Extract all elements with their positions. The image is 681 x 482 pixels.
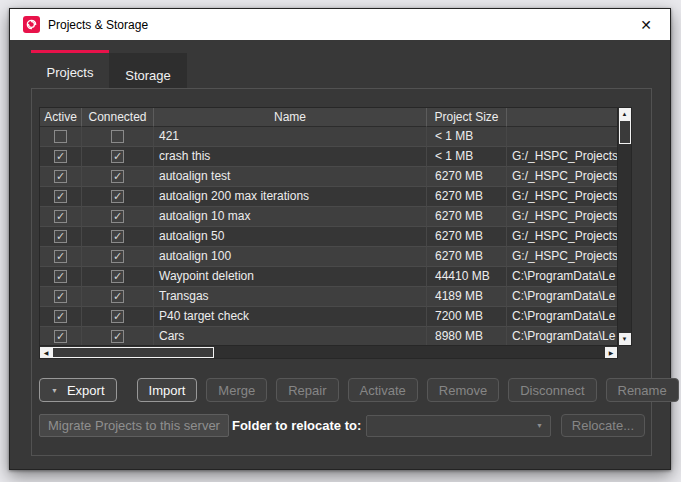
check-icon: ✓ [113, 191, 122, 202]
migrate-projects-button[interactable]: Migrate Projects to this server [39, 414, 229, 437]
connected-checkbox[interactable]: ✓ [111, 170, 124, 183]
check-icon: ✓ [56, 191, 65, 202]
table-row[interactable]: ✓✓crash this< 1 MBG:/_HSPC_Projects [40, 147, 617, 167]
table-row[interactable]: ✓✓Waypoint deletion44410 MBC:\ProgramDat… [40, 267, 617, 287]
project-path-cell: G:/_HSPC_Projects [507, 247, 617, 267]
connected-cell: ✓ [82, 127, 154, 147]
active-checkbox[interactable]: ✓ [54, 130, 67, 143]
project-size-cell: 8980 MB [427, 327, 507, 346]
merge-button[interactable]: Merge [206, 378, 267, 402]
active-checkbox[interactable]: ✓ [54, 170, 67, 183]
connected-checkbox[interactable]: ✓ [111, 310, 124, 323]
table-row[interactable]: ✓✓Cars8980 MBC:\ProgramData\Le [40, 327, 617, 346]
disconnect-button-label: Disconnect [520, 383, 584, 398]
connected-cell: ✓ [82, 167, 154, 187]
export-button-label: Export [67, 383, 105, 398]
rename-button[interactable]: Rename [606, 378, 679, 402]
connected-checkbox[interactable]: ✓ [111, 250, 124, 263]
connected-checkbox[interactable]: ✓ [111, 210, 124, 223]
import-button-label: Import [149, 383, 186, 398]
table-row[interactable]: ✓✓autoalign 10 max6270 MBG:/_HSPC_Projec… [40, 207, 617, 227]
check-icon: ✓ [113, 171, 122, 182]
close-icon[interactable]: ✕ [636, 15, 656, 35]
project-name-cell: autoalign 100 [154, 247, 427, 267]
scroll-left-icon[interactable]: ◀ [40, 347, 52, 358]
horizontal-scrollbar-thumb[interactable] [52, 347, 214, 358]
export-button[interactable]: ▼Export [39, 378, 117, 402]
check-icon: ✓ [56, 331, 65, 342]
active-checkbox[interactable]: ✓ [54, 230, 67, 243]
active-cell: ✓ [40, 167, 82, 187]
column-header-path[interactable] [507, 108, 617, 127]
connected-checkbox[interactable]: ✓ [111, 150, 124, 163]
project-path-cell: C:\ProgramData\Le [507, 267, 617, 287]
scroll-right-icon[interactable]: ▶ [605, 347, 617, 358]
active-checkbox[interactable]: ✓ [54, 330, 67, 343]
import-button[interactable]: Import [137, 378, 198, 402]
connected-checkbox[interactable]: ✓ [111, 190, 124, 203]
project-name-cell: crash this [154, 147, 427, 167]
active-checkbox[interactable]: ✓ [54, 190, 67, 203]
connected-checkbox[interactable]: ✓ [111, 330, 124, 343]
project-name-cell: 421 [154, 127, 427, 147]
table-row[interactable]: ✓✓P40 target check7200 MBC:\ProgramData\… [40, 307, 617, 327]
active-cell: ✓ [40, 327, 82, 346]
connected-cell: ✓ [82, 327, 154, 346]
tab-projects[interactable]: Projects [31, 50, 109, 89]
active-cell: ✓ [40, 227, 82, 247]
column-header-size[interactable]: Project Size [427, 108, 507, 127]
connected-cell: ✓ [82, 207, 154, 227]
connected-checkbox[interactable]: ✓ [111, 270, 124, 283]
remove-button[interactable]: Remove [427, 378, 499, 402]
action-button-row: ▼ExportImportMergeRepairActivateRemoveDi… [39, 378, 644, 402]
repair-button[interactable]: Repair [276, 378, 338, 402]
active-cell: ✓ [40, 207, 82, 227]
connected-checkbox[interactable]: ✓ [111, 130, 124, 143]
table-row[interactable]: ✓✓autoalign test6270 MBG:/_HSPC_Projects [40, 167, 617, 187]
active-checkbox[interactable]: ✓ [54, 150, 67, 163]
check-icon: ✓ [113, 151, 122, 162]
check-icon: ✓ [113, 271, 122, 282]
horizontal-scrollbar[interactable]: ◀ ▶ [39, 346, 618, 359]
relocate-button[interactable]: Relocate... [561, 414, 645, 437]
column-header-name[interactable]: Name [154, 108, 427, 127]
table-row[interactable]: ✓✓autoalign 200 max iterations6270 MBG:/… [40, 187, 617, 207]
relocate-folder-dropdown[interactable]: ▼ [366, 415, 551, 437]
active-cell: ✓ [40, 287, 82, 307]
active-checkbox[interactable]: ✓ [54, 290, 67, 303]
table-row[interactable]: ✓✓autoalign 506270 MBG:/_HSPC_Projects [40, 227, 617, 247]
vertical-scrollbar-thumb[interactable] [619, 120, 631, 144]
active-checkbox[interactable]: ✓ [54, 310, 67, 323]
connected-checkbox[interactable]: ✓ [111, 290, 124, 303]
table-row[interactable]: ✓✓421< 1 MB [40, 127, 617, 147]
project-size-cell: 6270 MB [427, 207, 507, 227]
project-size-cell: 6270 MB [427, 167, 507, 187]
project-path-cell [507, 127, 617, 147]
tab-storage[interactable]: Storage [109, 53, 187, 89]
connected-checkbox[interactable]: ✓ [111, 230, 124, 243]
column-header-connected[interactable]: Connected [82, 108, 154, 127]
projects-group-frame: Active Connected Name Project Size ✓✓421… [31, 88, 652, 456]
active-checkbox[interactable]: ✓ [54, 250, 67, 263]
vertical-scrollbar[interactable]: ▲ ▼ [618, 107, 632, 346]
active-checkbox[interactable]: ✓ [54, 270, 67, 283]
column-header-active[interactable]: Active [40, 108, 82, 127]
check-icon: ✓ [56, 251, 65, 262]
check-icon: ✓ [113, 291, 122, 302]
tab-storage-label: Storage [109, 53, 187, 83]
table-row[interactable]: ✓✓autoalign 1006270 MBG:/_HSPC_Projects [40, 247, 617, 267]
scroll-up-icon[interactable]: ▲ [619, 108, 631, 120]
connected-cell: ✓ [82, 307, 154, 327]
scroll-down-icon[interactable]: ▼ [619, 333, 631, 345]
table-grid: Active Connected Name Project Size ✓✓421… [39, 107, 618, 346]
active-checkbox[interactable]: ✓ [54, 210, 67, 223]
export-menu-arrow-icon: ▼ [51, 387, 58, 394]
activate-button-label: Activate [360, 383, 406, 398]
active-cell: ✓ [40, 127, 82, 147]
disconnect-button[interactable]: Disconnect [508, 378, 596, 402]
activate-button[interactable]: Activate [348, 378, 418, 402]
chevron-down-icon: ▼ [536, 422, 543, 429]
table-row[interactable]: ✓✓Transgas4189 MBC:\ProgramData\Le [40, 287, 617, 307]
project-path-cell: C:\ProgramData\Le [507, 327, 617, 346]
project-path-cell: G:/_HSPC_Projects [507, 167, 617, 187]
